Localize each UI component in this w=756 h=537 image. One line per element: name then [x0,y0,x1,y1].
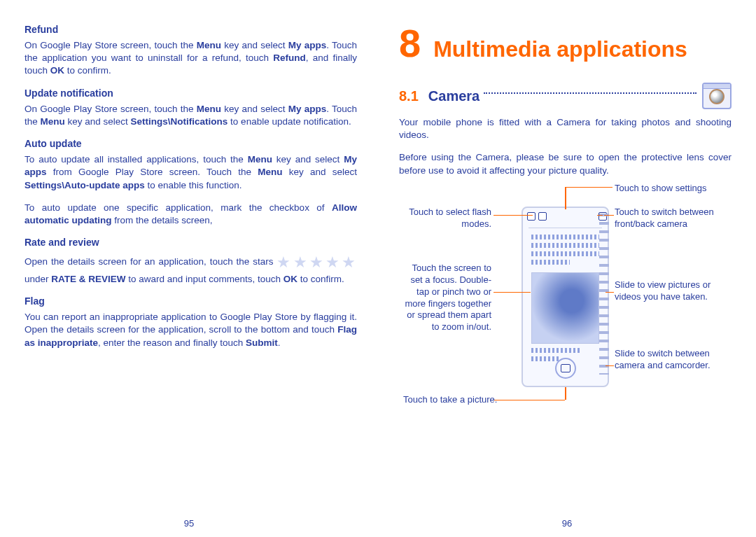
chapter-number: 8 [399,24,421,63]
dot-leader [484,92,696,94]
section-header: 8.1 Camera [399,83,732,109]
flash-icon [527,212,536,221]
manual-page-spread: Refund On Google Play Store screen, touc… [0,0,756,537]
label-view-pictures: Slide to view pictures or videos you hav… [615,279,727,303]
chapter-title: Multimedia applications [433,38,687,62]
camera-diagram: 搭衿林 Touch to show settings Touch to [399,187,728,418]
camera-icon [702,83,732,109]
flag-text: You can report an inappropriate applicat… [24,311,357,349]
camera-intro-1: Your mobile phone is fitted with a Camer… [399,116,732,141]
page-number-left: 95 [0,518,378,529]
rate-text: Open the details screen for an applicati… [24,252,357,286]
label-take-picture: Touch to take a picture. [399,394,515,406]
flag-heading: Flag [24,295,357,307]
camera-intro-2: Before using the Camera, please be sure … [399,151,732,176]
update-text: On Google Play Store screen, touch the M… [24,103,357,128]
auto-text-2: To auto update one specific application,… [24,202,357,227]
chapter-header: 8 Multimedia applications [399,24,732,63]
settings-gear-icon [538,212,547,221]
label-slide-mode: Slide to switch between camera and camco… [615,348,727,372]
section-number: 8.1 [399,88,419,104]
page-right: 8 Multimedia applications 8.1 Camera You… [378,0,756,537]
auto-heading: Auto update [24,138,357,149]
refund-heading: Refund [24,24,357,35]
spiral-binding [599,208,609,375]
label-show-settings: Touch to show settings [615,183,707,195]
rating-stars-icon: ★★★★★ [276,253,357,271]
page-number-right: 96 [378,518,756,529]
shutter-button-icon [555,358,576,379]
page-left: Refund On Google Play Store screen, touc… [0,0,378,537]
label-flash: Touch to select flash modes. [399,207,491,230]
label-focus-zoom: Touch the screen to set a focus. Double-… [399,263,491,333]
label-switch-camera: Touch to switch between front/back camer… [615,207,730,230]
update-heading: Update notification [24,88,357,99]
rate-heading: Rate and review [24,237,357,248]
viewfinder-area [531,272,599,344]
auto-text-1: To auto update all installed application… [24,153,357,192]
refund-text: On Google Play Store screen, touch the M… [24,39,357,78]
section-title: Camera [428,88,479,104]
phone-mock: 搭衿林 [522,207,609,387]
